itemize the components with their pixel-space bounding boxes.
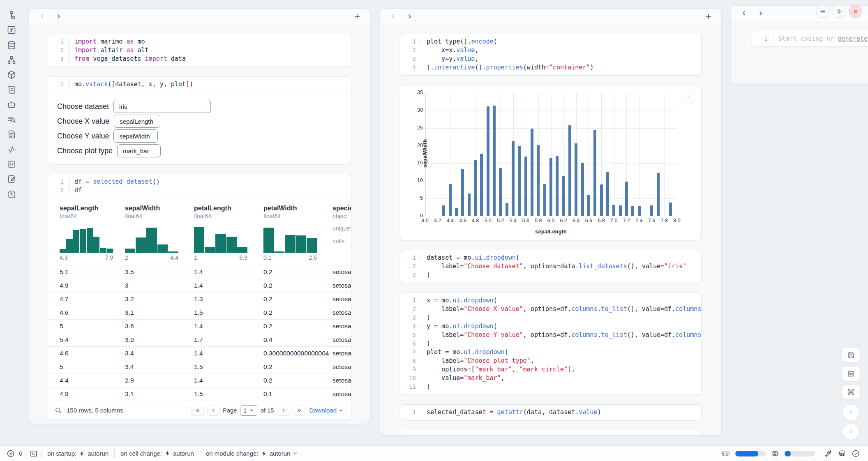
xyplot-cell[interactable]: 1⌄x = mo.ui.dropdown(2 label="Choose X v… [400, 293, 702, 395]
layout-button[interactable] [842, 366, 860, 381]
sidebar-snippets-icon[interactable] [5, 158, 18, 171]
token: ui [452, 297, 460, 304]
chevron-left-icon[interactable] [388, 11, 398, 22]
ai-sparkles-icon[interactable] [824, 449, 833, 458]
autorun-group[interactable]: on cell change:autorun [115, 450, 200, 457]
chevron-left-icon[interactable] [739, 8, 749, 19]
sidebar-help-icon[interactable] [5, 188, 18, 201]
chevron-right-icon[interactable] [755, 8, 766, 19]
control-select-1[interactable]: iris [113, 100, 211, 113]
prev-page-button[interactable] [207, 405, 219, 416]
download-link[interactable]: Download [309, 407, 344, 414]
sidebar-list-search-icon[interactable] [5, 113, 18, 126]
add-cell-icon[interactable] [703, 11, 714, 22]
imports-cell-code[interactable]: 1import marimo as mo2import altair as al… [48, 34, 351, 67]
table-row[interactable]: 4.63.11.50.2setosa [48, 306, 351, 319]
dataset-cell-code[interactable]: 1⌄dataset = mo.ui.dropdown(2 label="Choo… [400, 250, 701, 283]
selected-dataset-cell[interactable]: 1selected_dataset = getattr(data, datase… [400, 404, 702, 420]
dataset-cell[interactable]: 1⌄dataset = mo.ui.dropdown(2 label="Choo… [400, 250, 702, 283]
token: ). [427, 64, 434, 71]
empty-cell[interactable]: 1Start coding or generate with [752, 31, 868, 47]
code-line: 8 label="Choose plot type", [400, 357, 701, 365]
status-bar: 0 on startup:autorunon cell change:autor… [0, 445, 868, 461]
hist-bar [263, 228, 274, 253]
terminal-icon[interactable] [30, 449, 38, 458]
copilot-icon[interactable] [838, 449, 846, 458]
xyplot-cell-code[interactable]: 1⌄x = mo.ui.dropdown(2 label="Choose X v… [400, 293, 701, 394]
memory-meter [735, 451, 766, 456]
column-histogram[interactable] [60, 225, 113, 253]
selected-dataset-cell-code[interactable]: 1selected_dataset = getattr(data, datase… [400, 405, 701, 420]
df-cell-code[interactable]: 1df = selected_dataset()2df [48, 174, 351, 198]
column-histogram[interactable] [263, 225, 317, 253]
token: . [460, 323, 464, 330]
altair-chart-output[interactable]: 4.04.24.44.64.85.05.25.45.65.86.06.26.46… [400, 85, 702, 240]
plot-cell[interactable]: 1⌄plot_type().encode(2 x=x.value,3 y=y.v… [400, 34, 702, 76]
table-row[interactable]: 4.63.41.40.30000000000000004setosa [48, 346, 351, 360]
select-value: sepalLength [120, 118, 153, 125]
sidebar-database-icon[interactable] [5, 39, 18, 51]
settings-button[interactable] [833, 5, 845, 18]
last-page-button[interactable] [293, 405, 305, 416]
df-cell[interactable]: 1df = selected_dataset()2dfsepalLengthse… [48, 174, 351, 420]
table-row[interactable]: 53.61.40.2setosa [48, 319, 351, 333]
sidebar-function-square-icon[interactable] [5, 24, 18, 36]
control-label: Choose X value [57, 117, 109, 126]
chart-bar [543, 184, 546, 216]
plot-type-cell[interactable]: 1plot_type = getattr(alt.Chart(df), plot… [400, 430, 702, 436]
chevron-right-icon[interactable] [53, 11, 64, 22]
command-palette-button[interactable]: ⌘ [842, 385, 860, 400]
column-type: object [332, 212, 351, 220]
save-button[interactable] [842, 348, 860, 363]
gridline-v [664, 93, 665, 216]
sidebar-documentation-icon[interactable] [5, 128, 18, 141]
sidebar-chat-bot-icon[interactable] [5, 99, 18, 111]
vstack-cell-code[interactable]: 1mo.vstack([dataset, x, y, plot]) [48, 77, 351, 92]
table-row[interactable]: 4.93.11.50.1setosa [48, 387, 351, 401]
imports-cell[interactable]: 1import marimo as mo2import altair as al… [48, 34, 351, 67]
select-value: sepalWidth [119, 133, 150, 140]
menu-button[interactable] [816, 5, 829, 18]
empty-cell-code[interactable]: 1Start coding or generate with [752, 31, 868, 46]
search-icon[interactable] [55, 407, 62, 414]
vstack-cell[interactable]: 1mo.vstack([dataset, x, y, plot])Choose … [48, 76, 351, 164]
table-row[interactable]: 4.73.21.30.2setosa [48, 292, 351, 306]
close-button[interactable] [849, 5, 862, 18]
autorun-group[interactable]: on module change:autorun [200, 450, 304, 457]
first-page-button[interactable] [192, 405, 204, 416]
column-histogram[interactable] [194, 225, 247, 253]
next-page-button[interactable] [277, 405, 289, 416]
sidebar-tracing-icon[interactable] [5, 143, 18, 156]
column-histogram[interactable] [125, 225, 178, 253]
add-cell-icon[interactable] [352, 11, 362, 22]
token: = [545, 64, 549, 71]
sidebar-scroll-logs-icon[interactable] [5, 84, 18, 96]
token: selected_dataset [427, 408, 490, 416]
sidebar-file-tree-icon[interactable] [5, 9, 18, 21]
plot-cell-code[interactable]: 1⌄plot_type().encode(2 x=x.value,3 y=y.v… [400, 34, 701, 75]
page-select[interactable]: 1 [240, 405, 257, 416]
errors-icon[interactable] [7, 449, 15, 458]
table-row[interactable]: 53.41.50.2setosa [48, 360, 351, 373]
control-select-4[interactable]: mark_bar [117, 144, 161, 157]
chart-bar [587, 195, 590, 216]
chevron-right-icon[interactable] [404, 11, 415, 22]
sidebar-package-icon[interactable] [5, 69, 18, 81]
run-button[interactable] [843, 423, 859, 440]
table-row[interactable]: 4.42.91.40.2setosa [48, 373, 351, 387]
table-row[interactable]: 5.13.51.40.2setosa [48, 265, 351, 279]
stop-button[interactable] [843, 404, 859, 421]
control-select-2[interactable]: sepalLength [114, 115, 160, 128]
sidebar-scratchpad-icon[interactable] [5, 173, 18, 185]
chevron-left-icon[interactable] [37, 11, 47, 22]
connected-check-icon[interactable] [852, 449, 860, 458]
table-row[interactable]: 5.43.91.70.4setosa [48, 333, 351, 346]
chart-actions-button[interactable]: ⋯ [681, 90, 695, 104]
plot-type-cell-code[interactable]: 1plot_type = getattr(alt.Chart(df), plot… [400, 430, 701, 436]
gridline-v [614, 93, 614, 216]
table-row[interactable]: 4.931.40.2setosa [48, 279, 351, 292]
sidebar-dependency-graph-icon[interactable] [5, 54, 18, 66]
autorun-group[interactable]: on startup:autorun [42, 450, 114, 457]
control-select-3[interactable]: sepalWidth [113, 129, 158, 143]
chevron-down-icon [151, 148, 156, 154]
